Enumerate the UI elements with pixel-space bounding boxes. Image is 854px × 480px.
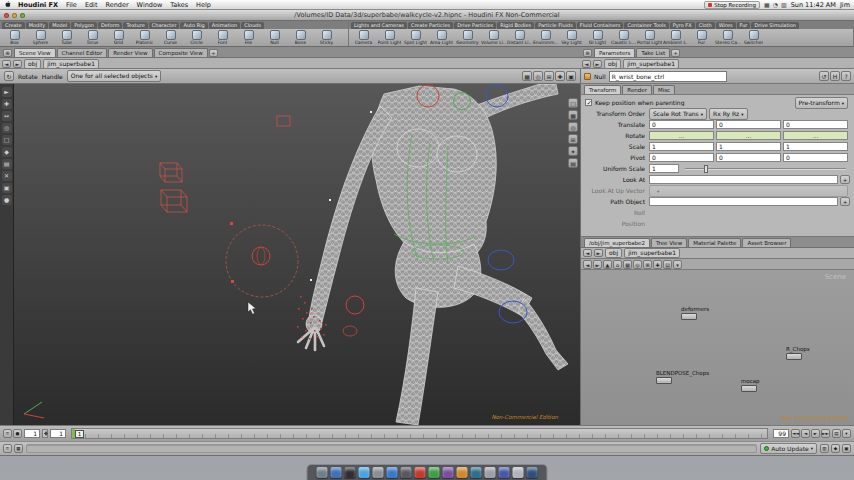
shelf-tool[interactable]: Bone [288,30,313,45]
shelf-tool[interactable]: Stereo Ca… [715,30,740,45]
viewport-canvas[interactable]: □▦◎⊞✦▤ Non-Commercial Edition [14,84,580,425]
menu-app[interactable]: Houdini FX [14,1,62,9]
network-toolbar-icon[interactable]: ⊞ [643,260,652,269]
translate-z-field[interactable]: 0 [783,120,848,129]
shelf-tool[interactable]: Camera [351,30,376,45]
keep-position-checkbox[interactable] [585,99,592,106]
node-name-field[interactable]: R_wrist_bone_ctrl [609,71,727,82]
forward-icon[interactable]: ► [594,249,603,257]
pane-tab[interactable]: Take List [636,48,670,57]
auto-update-menu[interactable]: Auto Update [760,443,817,454]
menubar-item[interactable]: Window [133,1,167,9]
viewport-tool-icon[interactable]: ► [2,87,12,97]
shelf-tab[interactable]: Fur [737,22,751,29]
dock-app-icon[interactable] [415,467,426,478]
viewport-toolbar-icon[interactable]: ▣ [566,71,576,81]
new-tab-icon[interactable]: + [209,49,218,57]
menubar-status-icon[interactable]: ◔ [773,1,778,9]
frame-stepper[interactable] [42,429,48,438]
step-field[interactable]: 1 [50,429,66,438]
viewport-tool-icon[interactable]: ◆ [2,147,12,157]
viewport-toolbar-icon[interactable]: ▦ [522,71,532,81]
viewport-display-icon[interactable]: ✦ [568,146,578,156]
viewport-display-icon[interactable]: □ [568,98,578,108]
viewport-tool-icon[interactable]: ▣ [2,183,12,193]
shelf-tab[interactable]: Animation [209,22,241,29]
pivot-z-field[interactable]: 0 [783,153,848,162]
viewport-display-icon[interactable]: ◎ [568,122,578,132]
network-toolbar-icon[interactable]: ▦ [623,260,632,269]
shelf-tool[interactable]: Box [2,30,27,45]
node-tile[interactable] [681,313,697,320]
shelf-tool[interactable]: Ambient L… [663,30,688,45]
scale-z-field[interactable]: 1 [783,142,848,151]
shelf-tool[interactable]: Sky Light [559,30,584,45]
minimize-button[interactable] [12,13,17,18]
shelf-tool[interactable]: Distant Li… [507,30,532,45]
network-toolbar-icon[interactable]: ▾ [673,260,682,269]
dock-app-icon[interactable] [513,467,524,478]
rotate-z-field[interactable]: ... [783,131,848,140]
new-tab-icon[interactable]: + [671,49,680,57]
current-frame-marker[interactable]: 1 [75,430,84,438]
network-toolbar-icon[interactable]: ✚ [653,260,662,269]
path-segment[interactable]: jim_superbabe1 [623,59,679,69]
start-frame-field[interactable]: 1 [24,429,40,438]
path-segment[interactable]: obj [24,59,41,69]
network-pane-tab[interactable]: Material Palette [688,238,741,247]
shelf-tab[interactable]: Deform [98,22,123,29]
shelf-tab[interactable]: Create Particles [408,22,453,29]
window-titlebar[interactable]: /Volumes/ID Data/3d/superbabe/walkcycle-… [0,10,854,21]
node-chooser-icon[interactable]: + [840,197,850,206]
transport-button[interactable]: ►► [821,429,830,438]
shelf-tab[interactable]: Fluid Containers [577,22,624,29]
end-frame-field[interactable]: 99 [773,429,789,438]
shelf-tool[interactable]: Sphere [28,30,53,45]
shelf-tool[interactable]: Point Light [377,30,402,45]
node-chooser-icon[interactable]: + [840,175,850,184]
pane-split-icon[interactable]: ⊞ [3,49,12,57]
network-node[interactable]: mocap [741,378,760,392]
dock-app-icon[interactable] [373,467,384,478]
dock-app-icon[interactable] [485,467,496,478]
viewport-tool-icon[interactable]: ↔ [2,111,12,121]
status-icon[interactable]: ▣ [842,444,851,453]
model-body[interactable] [298,84,568,425]
pane-tab[interactable]: Scene View [14,48,56,57]
scale-x-field[interactable]: 1 [649,142,714,151]
dock-app-icon[interactable] [359,467,370,478]
shelf-tool[interactable]: Platonic [132,30,157,45]
path-object-field[interactable] [649,197,838,206]
look-at-field[interactable] [649,175,838,184]
shelf-tool[interactable]: File [236,30,261,45]
wireframe-model[interactable] [14,84,580,425]
translate-y-field[interactable]: 0 [716,120,781,129]
network-pane-tab[interactable]: Tree View [651,238,687,247]
status-icon[interactable]: ▥ [820,444,829,453]
transport-button[interactable]: ► [811,429,820,438]
close-button[interactable] [4,13,9,18]
shelf-tab[interactable]: Character [149,22,180,29]
menubar-user[interactable]: Jim [840,1,850,9]
tool-icon[interactable]: ↻ [4,71,14,81]
shelf-tab[interactable]: Rigid Bodies [497,22,534,29]
parameter-header-icon[interactable]: ? [841,71,851,81]
status-icon[interactable]: ▦ [14,444,23,453]
shelf-tab[interactable]: Drive Simulation [751,22,799,29]
menubar-status-icon[interactable]: ▦ [764,1,770,9]
back-icon[interactable]: ◄ [582,60,591,68]
shelf-tab[interactable]: Cloth [696,22,715,29]
playbar-icon[interactable]: ≡ [3,429,12,438]
transport-button[interactable]: ◄◄ [791,429,800,438]
pretransform-menu[interactable]: Pre-transform [795,97,848,109]
shelf-tab[interactable]: Modify [26,22,49,29]
shelf-tool[interactable]: Portal Light [637,30,662,45]
dock-app-icon[interactable] [471,467,482,478]
path-segment[interactable]: obj [605,248,622,258]
shelf-tool[interactable]: Area Light [429,30,454,45]
translate-x-field[interactable]: 0 [649,120,714,129]
parameter-header-icon[interactable]: ↺ [819,71,829,81]
forward-icon[interactable]: ► [593,60,602,68]
shelf-tab[interactable]: Clouds [241,22,264,29]
dock-app-icon[interactable] [345,467,356,478]
